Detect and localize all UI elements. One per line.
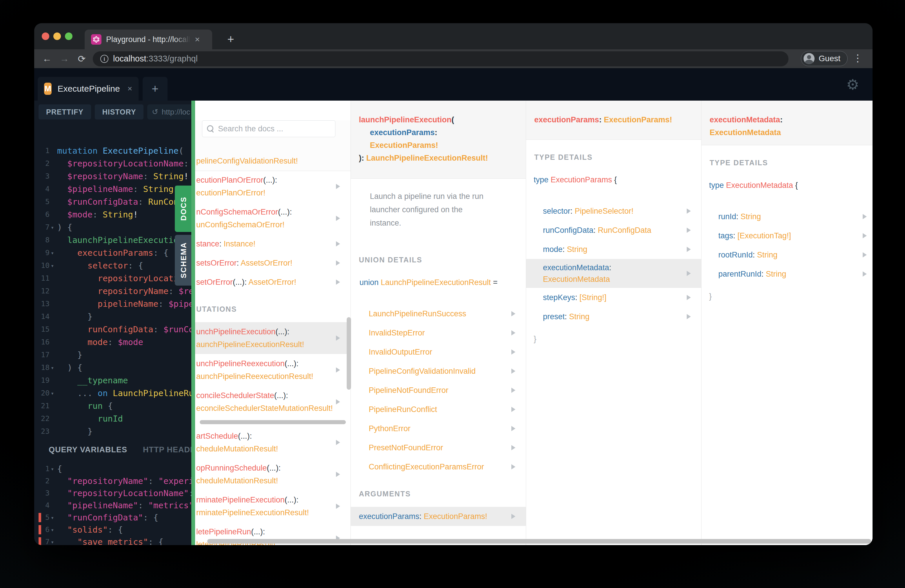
doc-row[interactable]: executionParams: — [351, 126, 526, 139]
doc-row[interactable]: concileSchedulerState(...):econcileSched… — [195, 386, 351, 418]
chevron-right-icon[interactable] — [511, 369, 515, 374]
doc-row[interactable]: union LaunchPipelineExecutionResult = — [351, 273, 526, 292]
doc-row[interactable]: executionMetadata:ExecutionMetadata — [526, 259, 701, 288]
docs-resize-handle[interactable] — [191, 101, 195, 545]
session-tab[interactable]: M ExecutePipeline × — [38, 77, 138, 101]
doc-row[interactable]: stance: Instance! — [195, 234, 351, 253]
column-scrollbar-horizontal[interactable] — [200, 420, 346, 424]
forward-icon[interactable]: → — [56, 53, 73, 64]
column-scrollbar-vertical[interactable] — [347, 317, 351, 390]
chevron-right-icon[interactable] — [687, 314, 691, 319]
code-line[interactable]: 17 } — [38, 348, 191, 361]
code-line[interactable]: 6▾ "solids": { — [38, 524, 191, 536]
chevron-right-icon[interactable] — [863, 214, 867, 219]
fold-caret-icon[interactable]: ▾ — [51, 536, 57, 545]
chevron-right-icon[interactable] — [863, 272, 867, 277]
reload-icon[interactable]: ⟳ — [73, 53, 90, 64]
fold-caret-icon[interactable]: ▾ — [51, 524, 57, 536]
code-line[interactable]: 15 runConfigData: $runConfigData — [38, 323, 191, 336]
fold-caret-icon[interactable]: ▾ — [51, 221, 57, 234]
chevron-right-icon[interactable] — [336, 280, 340, 285]
code-line[interactable]: 1▾{ — [38, 463, 191, 475]
fold-caret-icon[interactable]: ▾ — [51, 361, 57, 374]
code-line[interactable]: 4 $pipelineName: String! — [38, 183, 191, 195]
doc-row[interactable]: ExecutionMetadata — [702, 126, 873, 139]
tab-close-icon[interactable]: × — [195, 35, 200, 44]
fold-caret-icon[interactable]: ▾ — [51, 259, 57, 272]
code-line[interactable]: 19 __typename — [38, 374, 191, 387]
chevron-right-icon[interactable] — [863, 252, 867, 257]
fold-caret-icon[interactable]: ▾ — [51, 512, 57, 524]
fold-caret-icon[interactable]: ▾ — [51, 463, 57, 475]
chevron-right-icon[interactable] — [336, 241, 340, 246]
doc-row[interactable]: PipelineRunConflict — [351, 400, 526, 419]
code-line[interactable]: 12 repositoryName: $repositoryName — [38, 285, 191, 297]
doc-row[interactable]: tags: [ExecutionTag!] — [702, 226, 873, 245]
chevron-right-icon[interactable] — [511, 426, 515, 431]
code-line[interactable]: 20▾ ... on LaunchPipelineRunSuccess — [38, 387, 191, 399]
search-input[interactable] — [218, 124, 328, 133]
doc-row[interactable]: pelineConfigValidationResult! — [195, 151, 351, 170]
prettify-button[interactable]: PRETTIFY — [38, 104, 91, 119]
doc-row[interactable]: unchPipelineExecution(...):aunchPipeline… — [195, 322, 351, 354]
doc-row[interactable]: type ExecutionMetadata { — [702, 176, 873, 195]
chevron-right-icon[interactable] — [336, 504, 340, 509]
code-line[interactable]: 4 "pipelineName": "metrics" — [38, 499, 191, 512]
doc-row[interactable]: setOrError(...): AssetOrError! — [195, 273, 351, 292]
code-line[interactable]: 5 $runConfigData: RunConfigData — [38, 195, 191, 208]
settings-gear-icon[interactable]: ⚙ — [846, 76, 859, 93]
doc-row[interactable]: InvalidStepError — [351, 323, 526, 342]
code-line[interactable]: 23 } — [38, 425, 191, 438]
code-line[interactable]: 3 "repositoryLocationName": — [38, 487, 191, 499]
close-window-icon[interactable] — [42, 32, 49, 40]
code-line[interactable]: 8 launchPipelineExecution( — [38, 234, 191, 246]
variables-editor[interactable]: 1▾{2 "repositoryName": "experimental"3 "… — [38, 463, 191, 545]
session-close-icon[interactable]: × — [127, 84, 132, 93]
doc-row[interactable]: PipelineConfigValidationInvalid — [351, 362, 526, 381]
chevron-right-icon[interactable] — [687, 208, 691, 214]
chevron-right-icon[interactable] — [336, 367, 340, 373]
query-editor[interactable]: 1mutation ExecutePipeline(2 $repositoryL… — [38, 145, 191, 438]
chevron-right-icon[interactable] — [687, 247, 691, 252]
maximize-window-icon[interactable] — [65, 32, 73, 40]
schema-side-tab[interactable]: SCHEMA — [175, 235, 192, 286]
doc-row[interactable]: unchPipelineReexecution(...):aunchPipeli… — [195, 354, 351, 386]
chevron-right-icon[interactable] — [336, 399, 340, 404]
doc-row[interactable]: ecutionPlanOrError(...):ecutionPlanOrErr… — [195, 170, 351, 202]
chevron-right-icon[interactable] — [336, 335, 340, 341]
back-icon[interactable]: ← — [38, 53, 56, 64]
doc-row[interactable]: mode: String — [526, 240, 701, 259]
doc-row[interactable]: runId: String — [702, 207, 873, 226]
doc-row[interactable]: type ExecutionParams { — [526, 170, 701, 189]
doc-row[interactable]: executionParams: ExecutionParams! — [351, 507, 526, 526]
chevron-right-icon[interactable] — [511, 330, 515, 335]
code-line[interactable]: 16 mode: $mode — [38, 336, 191, 348]
docs-search-box[interactable] — [202, 120, 335, 137]
tab-query-variables[interactable]: QUERY VARIABLES — [49, 445, 127, 455]
doc-row[interactable]: LaunchPipelineRunSuccess — [351, 304, 526, 323]
fold-caret-icon[interactable]: ▾ — [51, 387, 57, 399]
doc-row[interactable]: rootRunId: String — [702, 245, 873, 264]
doc-row[interactable]: launchPipelineExecution( — [351, 113, 526, 126]
code-line[interactable]: 18▾ ) { — [38, 361, 191, 374]
chevron-right-icon[interactable] — [336, 440, 340, 445]
chevron-right-icon[interactable] — [511, 311, 515, 316]
doc-row[interactable]: opRunningSchedule(...):cheduleMutationRe… — [195, 458, 351, 490]
docs-scrollbar-horizontal[interactable] — [207, 539, 871, 544]
minimize-window-icon[interactable] — [53, 32, 61, 40]
site-info-icon[interactable]: i — [100, 55, 108, 63]
code-line[interactable]: 10▾ selector: { — [38, 259, 191, 272]
doc-row[interactable]: PresetNotFoundError — [351, 438, 526, 457]
code-line[interactable]: 2 "repositoryName": "experimental" — [38, 475, 191, 487]
chevron-right-icon[interactable] — [336, 472, 340, 477]
code-line[interactable]: 11 repositoryLocationName: $repositoryLo… — [38, 272, 191, 285]
chevron-right-icon[interactable] — [511, 445, 515, 450]
code-line[interactable]: 1mutation ExecutePipeline( — [38, 145, 191, 157]
doc-row[interactable]: InvalidOutputError — [351, 342, 526, 362]
chevron-right-icon[interactable] — [336, 261, 340, 265]
doc-row[interactable]: PythonError — [351, 419, 526, 438]
doc-row[interactable]: preset: String — [526, 307, 701, 326]
docs-side-tab[interactable]: DOCS — [175, 186, 192, 232]
chevron-right-icon[interactable] — [511, 464, 515, 469]
chevron-right-icon[interactable] — [863, 233, 867, 238]
